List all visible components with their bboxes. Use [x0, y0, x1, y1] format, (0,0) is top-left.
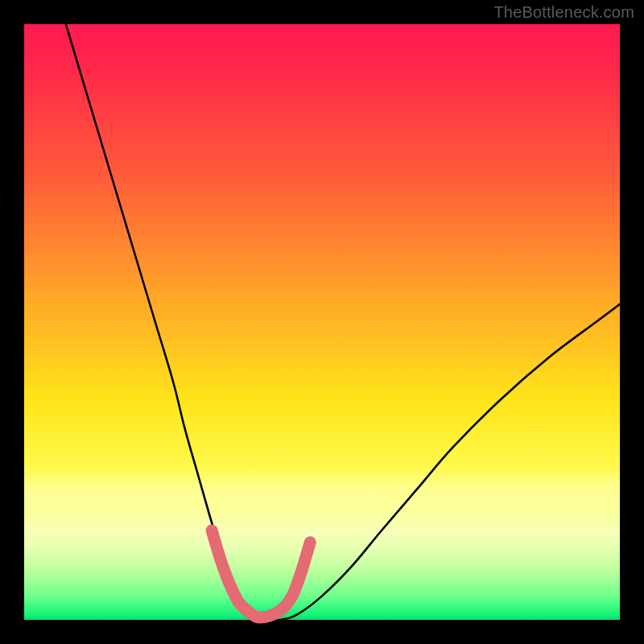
chart-svg	[24, 24, 620, 620]
chart-stage: TheBottleneck.com	[0, 0, 644, 644]
attribution-label: TheBottleneck.com	[493, 3, 634, 22]
bottleneck-curve	[66, 24, 620, 621]
plot-area	[24, 24, 620, 620]
valley-marker	[212, 530, 310, 617]
